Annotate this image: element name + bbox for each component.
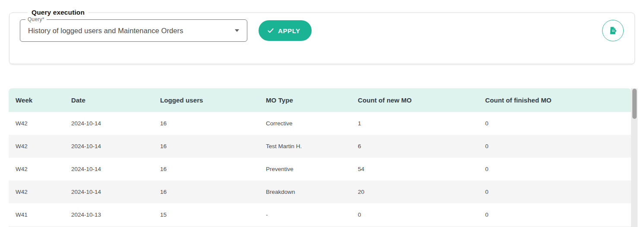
column-header-logged-users: Logged users	[153, 96, 259, 104]
table-row: W422024-10-1416Breakdown200	[9, 180, 631, 203]
table-cell: 20	[351, 189, 478, 195]
table-cell: Preventive	[259, 166, 351, 172]
table-cell: W42	[9, 166, 64, 172]
check-icon	[267, 27, 274, 34]
table-row: W412024-10-1315-00	[9, 203, 631, 226]
table-scrollbar[interactable]	[631, 88, 638, 227]
table-row: W422024-10-1416Corrective10	[9, 112, 631, 135]
table-cell: 2024-10-14	[64, 189, 153, 195]
results-table: Week Date Logged users MO Type Count of …	[9, 88, 638, 227]
panel-row: Query* History of logged users and Maint…	[20, 19, 624, 42]
table-cell: 54	[351, 166, 478, 172]
table-cell: 0	[478, 189, 624, 195]
table-cell: 2024-10-14	[64, 120, 153, 127]
table-row: W422024-10-1416Test Martin H.60	[9, 135, 631, 158]
table-cell: 16	[153, 120, 259, 127]
apply-button-label: APPLY	[278, 27, 300, 34]
table-cell: 0	[478, 211, 624, 218]
table-cell: 0	[478, 143, 624, 149]
table-cell: 15	[153, 211, 259, 218]
table-row: W422024-10-1416Preventive540	[9, 158, 631, 180]
column-header-count-finished-mo: Count of finished MO	[478, 96, 624, 104]
query-select-value: History of logged users and Maintenance …	[28, 27, 230, 35]
table-cell: W42	[9, 143, 64, 149]
column-header-week: Week	[9, 96, 64, 104]
query-execution-panel: Query execution Query* History of logged…	[9, 9, 635, 64]
query-select-label: Query*	[25, 16, 47, 22]
table-cell: 0	[351, 211, 478, 218]
table-cell: 6	[351, 143, 478, 149]
table-cell: 0	[478, 120, 624, 127]
column-header-count-new-mo: Count of new MO	[351, 96, 478, 104]
table-header-row: Week Date Logged users MO Type Count of …	[9, 88, 631, 112]
table-cell: 16	[153, 189, 259, 195]
table-cell: 2024-10-14	[64, 143, 153, 149]
scrollbar-thumb[interactable]	[632, 89, 637, 119]
panel-title: Query execution	[28, 9, 88, 16]
table-cell: Breakdown	[259, 189, 351, 195]
table-cell: 16	[153, 143, 259, 149]
table-body: W422024-10-1416Corrective10W422024-10-14…	[9, 112, 631, 226]
apply-button[interactable]: APPLY	[259, 20, 312, 41]
table-cell: 16	[153, 166, 259, 172]
table-cell: 2024-10-13	[64, 211, 153, 218]
table-cell: 2024-10-14	[64, 166, 153, 172]
table-cell: W42	[9, 120, 64, 127]
table-cell: 0	[478, 166, 624, 172]
table-cell: W42	[9, 189, 64, 195]
table-cell: 1	[351, 120, 478, 127]
chevron-down-icon	[235, 29, 239, 32]
table-cell: Test Martin H.	[259, 143, 351, 149]
export-button[interactable]	[602, 20, 624, 41]
query-select[interactable]: Query* History of logged users and Maint…	[20, 19, 247, 42]
table-area: Week Date Logged users MO Type Count of …	[9, 88, 631, 227]
table-cell: W41	[9, 211, 64, 218]
export-file-icon	[608, 25, 618, 36]
table-cell: Corrective	[259, 120, 351, 127]
table-cell: -	[259, 211, 351, 218]
column-header-mo-type: MO Type	[259, 96, 351, 104]
column-header-date: Date	[64, 96, 153, 104]
